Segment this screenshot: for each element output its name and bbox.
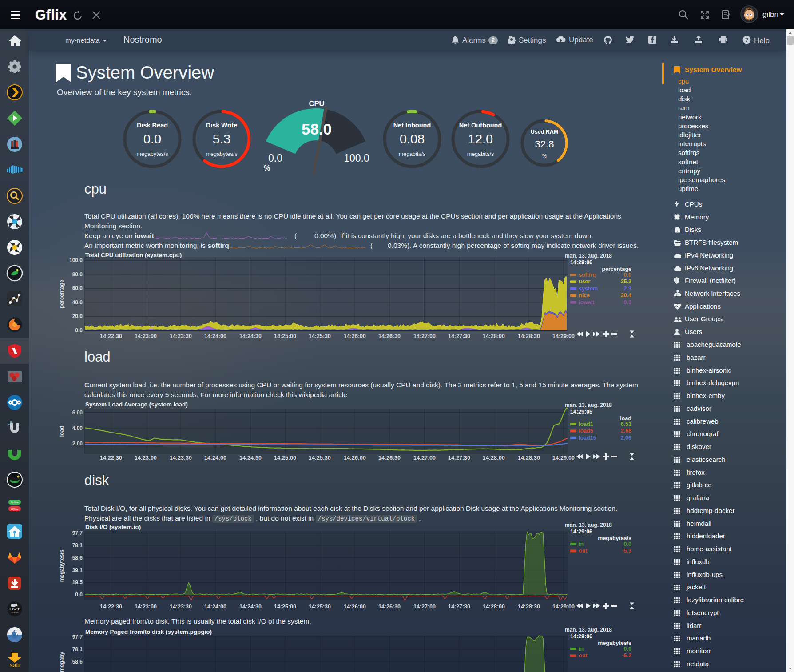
svg-text:megabits/s: megabits/s — [399, 151, 425, 157]
svg-text:14:27:30: 14:27:30 — [448, 455, 470, 461]
svg-text:14:25:00: 14:25:00 — [274, 333, 296, 339]
svg-text:14:24:00: 14:24:00 — [204, 333, 226, 339]
svg-text:out: out — [579, 548, 588, 554]
svg-text:6.00: 6.00 — [72, 410, 83, 416]
svg-text:0.0: 0.0 — [75, 327, 83, 334]
svg-text:Memory Paged from/to disk (sys: Memory Paged from/to disk (system.pgpgio… — [85, 628, 212, 635]
svg-text:Net Inbound: Net Inbound — [393, 122, 431, 129]
svg-text:Online: Online — [11, 501, 19, 504]
svg-text:14:24:30: 14:24:30 — [239, 604, 262, 610]
svg-text:14:28:00: 14:28:00 — [483, 333, 505, 339]
svg-text:14:23:30: 14:23:30 — [170, 333, 192, 339]
svg-text:0.0: 0.0 — [624, 299, 631, 306]
svg-text:14:25:30: 14:25:30 — [309, 604, 331, 610]
svg-text:4.00: 4.00 — [72, 425, 83, 431]
svg-text:megabytes/s: megabytes/s — [59, 549, 65, 582]
svg-text:2.68: 2.68 — [621, 428, 631, 434]
svg-text:softirq: softirq — [579, 272, 596, 278]
svg-text:load1: load1 — [579, 421, 593, 427]
svg-text:man. 13. aug. 2018: man. 13. aug. 2018 — [565, 627, 612, 633]
svg-text:5.3: 5.3 — [213, 132, 230, 146]
svg-text:58.6: 58.6 — [72, 659, 83, 665]
svg-text:in: in — [579, 541, 584, 547]
svg-text:load5: load5 — [579, 428, 593, 434]
svg-text:78.1: 78.1 — [72, 646, 83, 652]
svg-text:39.1: 39.1 — [72, 567, 83, 573]
svg-text:14:22:30: 14:22:30 — [100, 333, 122, 339]
svg-text:12.0: 12.0 — [468, 132, 493, 146]
svg-text:78.1: 78.1 — [72, 542, 83, 549]
svg-text:14:25:00: 14:25:00 — [274, 604, 296, 610]
svg-text:97.7: 97.7 — [72, 530, 83, 536]
svg-text:14:25:30: 14:25:30 — [309, 333, 331, 339]
svg-text:0.0: 0.0 — [624, 541, 631, 547]
svg-text:32.8: 32.8 — [535, 139, 554, 150]
svg-text:35.3: 35.3 — [621, 278, 631, 285]
svg-text:14:29:06: 14:29:06 — [570, 633, 592, 640]
svg-text:14:28:30: 14:28:30 — [518, 333, 540, 339]
svg-text:14:27:30: 14:27:30 — [448, 333, 470, 339]
svg-text:megabytes/s: megabytes/s — [206, 151, 238, 157]
svg-text:14:24:00: 14:24:00 — [204, 604, 226, 610]
svg-text:sab: sab — [10, 662, 20, 668]
svg-text:megabytes/s: megabytes/s — [598, 640, 631, 646]
svg-text:14:24:30: 14:24:30 — [239, 455, 262, 461]
svg-text:0.0: 0.0 — [624, 272, 631, 278]
svg-text:14:28:00: 14:28:00 — [483, 455, 505, 461]
svg-text:14:25:30: 14:25:30 — [309, 455, 331, 461]
svg-text:0.0: 0.0 — [624, 646, 631, 652]
svg-text:out: out — [579, 652, 588, 659]
svg-text:Disk Write: Disk Write — [206, 122, 238, 129]
svg-text:14:26:30: 14:26:30 — [378, 333, 401, 339]
svg-text:Total CPU utilization (system.: Total CPU utilization (system.cpu) — [85, 252, 182, 258]
svg-text:megabytes/s: megabytes/s — [598, 535, 631, 541]
svg-text:librarian: librarian — [11, 611, 19, 614]
svg-text:System Load Average (system.lo: System Load Average (system.load) — [85, 401, 188, 408]
svg-text:2.00: 2.00 — [72, 441, 83, 447]
svg-text:%: % — [264, 164, 270, 172]
svg-text:14:26:00: 14:26:00 — [344, 455, 366, 461]
svg-text:Net Outbound: Net Outbound — [459, 122, 502, 129]
svg-text:14:27:00: 14:27:00 — [413, 333, 436, 339]
svg-text:14:29:06: 14:29:06 — [570, 529, 592, 535]
svg-text:14:23:00: 14:23:00 — [135, 333, 157, 339]
svg-text:-5.3: -5.3 — [622, 548, 631, 554]
svg-text:20.0: 20.0 — [72, 313, 83, 319]
svg-text:megabytes/s: megabytes/s — [137, 151, 168, 157]
svg-text:14:23:00: 14:23:00 — [135, 604, 157, 610]
svg-text:load15: load15 — [579, 435, 596, 441]
svg-text:?: ? — [745, 36, 749, 43]
svg-text:%: % — [542, 153, 547, 159]
svg-text:58.6: 58.6 — [72, 555, 83, 561]
svg-text:14:29:00: 14:29:00 — [552, 455, 575, 461]
svg-text:0.08: 0.08 — [400, 132, 425, 146]
svg-text:percentage: percentage — [602, 266, 631, 272]
svg-text:14:26:00: 14:26:00 — [344, 333, 366, 339]
svg-text:6.51: 6.51 — [621, 421, 631, 427]
svg-text:60.0: 60.0 — [72, 285, 83, 291]
svg-text:14:22:30: 14:22:30 — [100, 604, 122, 610]
svg-text:20.4: 20.4 — [621, 292, 631, 298]
svg-text:14:28:30: 14:28:30 — [518, 455, 540, 461]
svg-text:14:28:30: 14:28:30 — [518, 604, 540, 610]
svg-text:load: load — [620, 415, 631, 421]
svg-text:man. 13. aug. 2018: man. 13. aug. 2018 — [565, 522, 612, 528]
svg-text:user: user — [579, 278, 591, 285]
svg-text:system: system — [579, 286, 598, 292]
svg-text:40.0: 40.0 — [72, 299, 83, 306]
svg-text:14:27:00: 14:27:00 — [413, 455, 436, 461]
svg-text:load: load — [59, 426, 65, 437]
svg-text:-5.2: -5.2 — [622, 652, 631, 659]
svg-text:14:27:30: 14:27:30 — [448, 604, 470, 610]
svg-text:Offline: Offline — [11, 508, 19, 510]
svg-text:2.3: 2.3 — [624, 286, 631, 292]
svg-text:80.0: 80.0 — [72, 271, 83, 278]
svg-text:14:29:05: 14:29:05 — [570, 409, 592, 415]
svg-text:Used RAM: Used RAM — [531, 129, 559, 135]
svg-text:2.06: 2.06 — [621, 435, 631, 441]
svg-text:0.0: 0.0 — [268, 152, 282, 164]
svg-text:14:26:00: 14:26:00 — [344, 604, 366, 610]
svg-text:14:27:00: 14:27:00 — [413, 604, 436, 610]
svg-text:97.7: 97.7 — [72, 634, 83, 640]
svg-text:100.0: 100.0 — [69, 257, 83, 263]
